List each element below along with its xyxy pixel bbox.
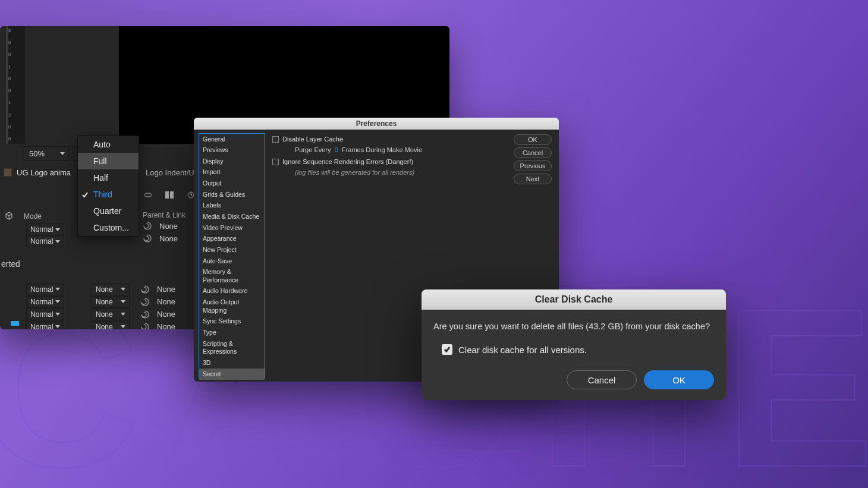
layer-mode-row: Normal — [26, 223, 64, 235]
layer-mode-row: Normal — [26, 235, 64, 247]
blend-mode-dropdown[interactable]: Normal — [26, 223, 64, 235]
pref-cat-audio-output-mapping[interactable]: Audio Output Mapping — [199, 297, 265, 316]
quality-option-full[interactable]: Full — [78, 153, 139, 169]
svg-rect-4 — [170, 191, 174, 199]
quality-option-auto[interactable]: Auto — [78, 136, 139, 153]
disable-layer-cache-row: Disable Layer Cache — [272, 136, 552, 143]
parent-link-header: Parent & Link — [143, 211, 194, 219]
quality-option-third[interactable]: Third — [78, 186, 139, 203]
trackmatte-dropdown[interactable]: None — [92, 308, 130, 320]
shy-icon[interactable] — [143, 190, 153, 202]
pref-cat-secret[interactable]: Secret — [199, 369, 265, 380]
pref-cat-previews[interactable]: Previews — [199, 145, 265, 156]
pref-cat-3d[interactable]: 3D — [199, 357, 265, 369]
dialog-message: Are you sure you want to delete all file… — [433, 322, 714, 331]
quality-option-half[interactable]: Half — [78, 169, 139, 186]
frame-blend-icon[interactable] — [164, 190, 175, 202]
ignore-errors-row: Ignore Sequence Rendering Errors (Danger… — [272, 158, 552, 165]
disable-layer-cache-label: Disable Layer Cache — [282, 136, 343, 143]
pref-next-button[interactable]: Next — [514, 174, 552, 184]
dialog-title: Clear Disk Cache — [422, 289, 726, 310]
pref-cat-video-preview[interactable]: Video Preview — [199, 222, 265, 234]
trackmatte-dropdown[interactable]: None — [92, 321, 130, 330]
mode-column-header: Mode — [24, 212, 42, 221]
quality-dropdown-menu: AutoFullHalfThirdQuarterCustom... — [77, 136, 139, 237]
pref-cat-auto-save[interactable]: Auto-Save — [199, 256, 265, 267]
zoom-value: 50% — [29, 149, 45, 158]
chevron-down-icon — [60, 152, 65, 155]
zoom-dropdown[interactable]: 50% — [23, 146, 69, 161]
pickwhip-icon[interactable] — [140, 297, 150, 307]
disable-layer-cache-checkbox[interactable] — [272, 136, 279, 143]
ignore-errors-checkbox[interactable] — [272, 159, 279, 165]
3d-layer-icon[interactable] — [5, 212, 13, 220]
pickwhip-icon[interactable] — [140, 322, 150, 330]
comp-tab[interactable]: UG Logo anima — [17, 168, 71, 177]
time-indicator[interactable] — [11, 321, 19, 326]
pref-previous-button[interactable]: Previous — [514, 160, 552, 171]
pref-cat-labels[interactable]: Labels — [199, 200, 265, 212]
purge-frames-value[interactable]: 0 — [335, 146, 338, 153]
quality-option-custom[interactable]: Custom... — [78, 219, 139, 236]
clear-all-versions-label: Clear disk cache for all versions. — [458, 345, 587, 355]
quality-option-quarter[interactable]: Quarter — [78, 203, 139, 219]
vertical-ruler: 8001001200 — [8, 26, 25, 144]
trackmatte-dropdown[interactable]: None — [92, 296, 130, 308]
pref-ok-button[interactable]: OK — [514, 134, 552, 145]
pref-cat-memory-performance[interactable]: Memory & Performance — [199, 267, 265, 286]
pref-cat-new-project[interactable]: New Project — [199, 244, 265, 256]
pref-cat-appearance[interactable]: Appearance — [199, 234, 265, 245]
blend-mode-dropdown[interactable]: Normal — [26, 235, 64, 247]
pref-cat-audio-hardware[interactable]: Audio Hardware — [199, 286, 265, 297]
pref-cat-type[interactable]: Type — [199, 328, 265, 339]
blend-mode-dropdown[interactable]: Normal — [26, 321, 64, 330]
pickwhip-icon[interactable] — [140, 285, 150, 294]
clear-all-versions-checkbox[interactable] — [442, 344, 452, 355]
dialog-ok-button[interactable]: OK — [644, 370, 714, 389]
pref-cat-media-disk-cache[interactable]: Media & Disk Cache — [199, 211, 265, 222]
clear-all-versions-row: Clear disk cache for all versions. — [442, 344, 714, 355]
svg-rect-3 — [165, 191, 169, 199]
blend-mode-dropdown[interactable]: Normal — [26, 308, 64, 320]
pref-cat-grids-guides[interactable]: Grids & Guides — [199, 189, 265, 200]
pickwhip-icon[interactable] — [140, 310, 150, 319]
pref-cancel-button[interactable]: Cancel — [514, 147, 552, 158]
ignore-errors-label: Ignore Sequence Rendering Errors (Danger… — [282, 158, 413, 165]
pref-cat-display[interactable]: Display — [199, 156, 265, 167]
clear-disk-cache-dialog: Clear Disk Cache Are you sure you want t… — [422, 289, 726, 400]
pref-cat-output[interactable]: Output — [199, 178, 265, 190]
pickwhip-icon[interactable] — [143, 234, 152, 243]
pref-cat-scripting-expressions[interactable]: Scripting & Expressions — [199, 338, 265, 357]
dialog-cancel-button[interactable]: Cancel — [567, 370, 637, 389]
pref-cat-import[interactable]: Import — [199, 167, 265, 178]
trackmatte-dropdown[interactable]: None — [92, 284, 130, 295]
pref-cat-general[interactable]: General — [199, 134, 265, 145]
preferences-title: Preferences — [194, 118, 559, 130]
pref-cat-sync-settings[interactable]: Sync Settings — [199, 316, 265, 328]
preferences-category-list: GeneralPreviewsDisplayImportOutputGrids … — [199, 133, 265, 378]
blend-mode-dropdown[interactable]: Normal — [26, 296, 64, 308]
pickwhip-icon[interactable] — [143, 221, 152, 231]
comp-color-swatch — [4, 168, 12, 177]
blend-mode-dropdown[interactable]: Normal — [26, 284, 64, 295]
truncated-label: erted — [0, 259, 20, 269]
